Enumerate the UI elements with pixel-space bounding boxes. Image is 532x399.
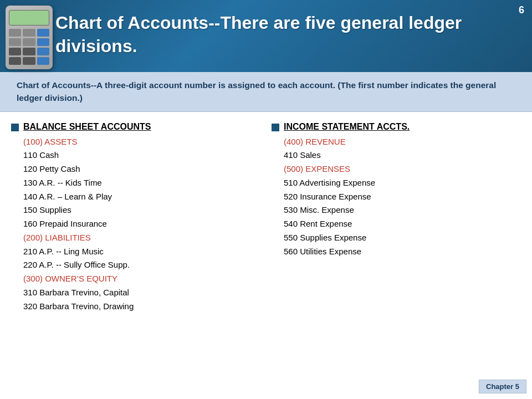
list-item: 150 Supplies	[23, 203, 255, 217]
calc-btn	[37, 38, 49, 46]
list-item: 160 Prepaid Insurance	[23, 217, 255, 231]
list-item: 140 A.R. – Learn & Play	[23, 190, 255, 204]
list-item: 520 Insurance Expense	[284, 190, 515, 204]
list-item: 560 Utilities Expense	[284, 245, 515, 259]
income-statement-title: INCOME STATEMENT ACCTS.	[284, 122, 410, 132]
list-item: (300) OWNER’S EQUITY	[23, 272, 255, 286]
income-statement-header: INCOME STATEMENT ACCTS.	[272, 122, 515, 132]
calc-btn	[23, 48, 35, 55]
calc-btn	[37, 57, 49, 65]
calc-screen	[9, 10, 49, 25]
list-item: 310 Barbara Trevino, Capital	[23, 286, 255, 300]
calc-btn	[9, 38, 21, 46]
list-item: 220 A.P. -- Sully Office Supp.	[23, 258, 255, 272]
calc-btn	[23, 29, 35, 37]
subtitle-section: Chart of Accounts--A three-digit account…	[0, 72, 532, 112]
balance-sheet-title: BALANCE SHEET ACCOUNTS	[23, 122, 151, 132]
right-column: INCOME STATEMENT ACCTS. (400) REVENUE410…	[272, 122, 515, 314]
header-title: Chart of Accounts--There are five genera…	[55, 12, 515, 58]
content-area: BALANCE SHEET ACCOUNTS (100) ASSETS110 C…	[0, 112, 532, 319]
income-statement-list: (400) REVENUE410 Sales(500) EXPENSES510 …	[284, 135, 515, 259]
list-item: 550 Supplies Expense	[284, 231, 515, 245]
list-item: (500) EXPENSES	[284, 162, 515, 176]
list-item: 540 Rent Expense	[284, 217, 515, 231]
list-item: 120 Petty Cash	[23, 162, 255, 176]
list-item: (100) ASSETS	[23, 135, 255, 149]
list-item: (200) LIABILITIES	[23, 231, 255, 245]
calculator-icon	[6, 6, 53, 69]
balance-sheet-header: BALANCE SHEET ACCOUNTS	[11, 122, 255, 132]
left-column: BALANCE SHEET ACCOUNTS (100) ASSETS110 C…	[11, 122, 255, 314]
calc-btn	[23, 57, 35, 65]
slide-number: 6	[519, 4, 524, 16]
header-section: Chart of Accounts--There are five genera…	[0, 0, 532, 72]
calc-buttons	[9, 29, 49, 65]
calc-btn	[37, 29, 49, 37]
balance-sheet-list: (100) ASSETS110 Cash120 Petty Cash130 A.…	[23, 135, 255, 314]
bullet-square-right	[272, 124, 279, 131]
subtitle-text: Chart of Accounts--A three-digit account…	[17, 79, 515, 105]
list-item: 210 A.P. -- Ling Music	[23, 245, 255, 259]
list-item: 320 Barbara Trevino, Drawing	[23, 300, 255, 314]
list-item: 510 Advertising Expense	[284, 176, 515, 190]
page-badge: Chapter 5	[479, 380, 526, 393]
calc-btn	[9, 29, 21, 37]
bullet-square-left	[11, 124, 19, 131]
list-item: 410 Sales	[284, 149, 515, 162]
list-item: (400) REVENUE	[284, 135, 515, 149]
calc-btn	[9, 57, 21, 65]
list-item: 110 Cash	[23, 149, 255, 162]
list-item: 130 A.R. -- Kids Time	[23, 176, 255, 190]
list-item: 530 Misc. Expense	[284, 203, 515, 217]
calc-btn	[23, 38, 35, 46]
calc-btn	[9, 48, 21, 55]
calc-btn	[37, 48, 49, 55]
slide-container: 6 Chart of Accounts--There are five gene…	[0, 0, 532, 399]
